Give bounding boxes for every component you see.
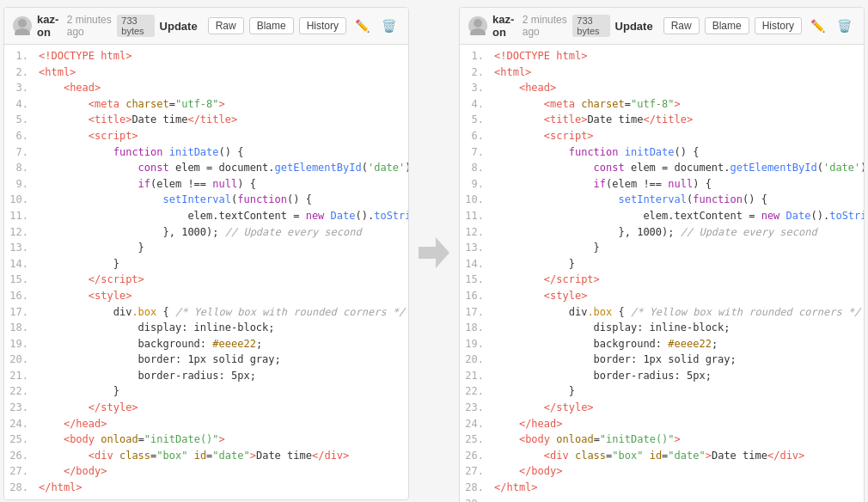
code-line: 23. </style> (460, 400, 864, 416)
code-line: 22. } (460, 383, 864, 400)
code-line: 1.<!DOCTYPE html> (4, 48, 408, 64)
bytes-right: 733 bytes (572, 15, 609, 37)
svg-point-2 (474, 19, 482, 28)
code-line: 1.<!DOCTYPE html> (460, 48, 864, 64)
code-line: 10. setInterval(function() { (4, 192, 408, 208)
code-line: 13. } (460, 240, 864, 256)
edit-btn-left[interactable]: ✏️ (351, 17, 373, 34)
code-line: 22. } (4, 383, 408, 400)
code-line: 2.<html> (460, 64, 864, 81)
avatar-left (13, 16, 32, 35)
code-line: 7. function initDate() { (4, 144, 408, 161)
raw-btn-right[interactable]: Raw (663, 17, 700, 34)
left-panel-header: kaz-on 2 minutes ago 733 bytes Update Ra… (4, 8, 408, 45)
code-line: 5. <title>Date time</title> (460, 112, 864, 128)
svg-point-3 (470, 28, 486, 35)
code-left: 1.<!DOCTYPE html> 2.<html> 3. <head> 4. … (4, 45, 408, 499)
commit-right: Update (615, 20, 653, 33)
history-btn-left[interactable]: History (299, 17, 346, 34)
code-right: 1.<!DOCTYPE html> 2.<html> 3. <head> 4. … (460, 45, 864, 502)
time-left: 2 minutes ago (67, 14, 113, 38)
bytes-left: 733 bytes (117, 15, 154, 37)
delete-btn-left[interactable]: 🗑️ (378, 17, 400, 34)
code-line: 26. <div class="box" id="date">Date time… (460, 448, 864, 464)
svg-point-1 (15, 28, 30, 35)
code-line: 8. const elem = document.getElementById(… (4, 160, 408, 176)
code-line: 27. </body> (460, 463, 864, 480)
code-line: 19. background: #eeee22; (460, 336, 864, 352)
delete-btn-right[interactable]: 🗑️ (834, 17, 855, 34)
code-line: 14. } (460, 256, 864, 272)
code-line: 7. function initDate() { (460, 144, 864, 161)
code-line: 19. background: #eeee22; (4, 336, 408, 352)
history-btn-right[interactable]: History (755, 17, 802, 34)
code-line: 25. <body onload="initDate()"> (4, 432, 408, 448)
right-panel: kaz-on 2 minutes ago 733 bytes Update Ra… (459, 7, 865, 502)
code-line: 18. display: inline-block; (460, 320, 864, 336)
code-line: 16. <style> (460, 288, 864, 304)
avatar-right (468, 16, 487, 35)
code-line: 14. } (4, 256, 408, 272)
code-line: 29. (460, 496, 864, 502)
code-line: 4. <meta charset="utf-8"> (4, 96, 408, 113)
author-right: kaz-on (492, 13, 517, 39)
commit-left: Update (160, 20, 198, 33)
code-line: 28.</html> (4, 480, 408, 496)
code-line: 3. <head> (460, 80, 864, 96)
code-line: 15. </script> (4, 272, 408, 288)
blame-btn-right[interactable]: Blame (705, 17, 749, 34)
code-line: 15. </script> (460, 272, 864, 288)
code-line: 12. }, 1000); // Update every second (4, 224, 408, 241)
code-line: 23. </style> (4, 400, 408, 416)
edit-btn-right[interactable]: ✏️ (807, 17, 828, 34)
code-line: 18. display: inline-block; (4, 320, 408, 336)
blame-btn-left[interactable]: Blame (249, 17, 294, 34)
code-line: 9. if(elem !== null) { (4, 176, 408, 193)
diff-arrow (413, 0, 455, 265)
code-line: 21. border-radius: 5px; (460, 368, 864, 384)
code-line: 13. } (4, 240, 408, 256)
code-line: 26. <div class="box" id="date">Date time… (4, 448, 408, 464)
code-line: 24. </head> (460, 416, 864, 432)
code-line: 12. }, 1000); // Update every second (460, 224, 864, 241)
code-line: 24. </head> (4, 416, 408, 432)
code-line: 6. <script> (4, 128, 408, 144)
code-line: 17. div.box { /* Yellow box with rounded… (4, 304, 408, 321)
code-line: 4. <meta charset="utf-8"> (460, 96, 864, 113)
svg-point-0 (18, 19, 27, 28)
code-line: 27. </body> (4, 463, 408, 480)
code-line: 25. <body onload="initDate()"> (460, 432, 864, 448)
code-line: 2.<html> (4, 64, 408, 81)
author-left: kaz-on (37, 13, 62, 39)
left-panel: kaz-on 2 minutes ago 733 bytes Update Ra… (3, 7, 409, 500)
right-panel-header: kaz-on 2 minutes ago 733 bytes Update Ra… (460, 8, 864, 45)
code-line: 9. if(elem !== null) { (460, 176, 864, 193)
code-line: 11. elem.textContent = new Date().toStri… (460, 208, 864, 224)
code-line: 11. elem.textContent = new Date().toStri… (4, 208, 408, 224)
code-line: 20. border: 1px solid gray; (460, 352, 864, 368)
code-line: 28.</html> (460, 480, 864, 496)
code-line: 10. setInterval(function() { (460, 192, 864, 208)
code-line: 8. const elem = document.getElementById(… (460, 160, 864, 176)
code-line: 5. <title>Date time</title> (4, 112, 408, 128)
code-line: 17. div.box { /* Yellow box with rounded… (460, 304, 864, 321)
code-line: 21. border-radius: 5px; (4, 368, 408, 384)
code-line: 16. <style> (4, 288, 408, 304)
raw-btn-left[interactable]: Raw (208, 17, 244, 34)
code-line: 6. <script> (460, 128, 864, 144)
time-right: 2 minutes ago (523, 14, 568, 38)
arrow-icon (419, 241, 449, 265)
code-line: 3. <head> (4, 80, 408, 96)
code-line: 20. border: 1px solid gray; (4, 352, 408, 368)
